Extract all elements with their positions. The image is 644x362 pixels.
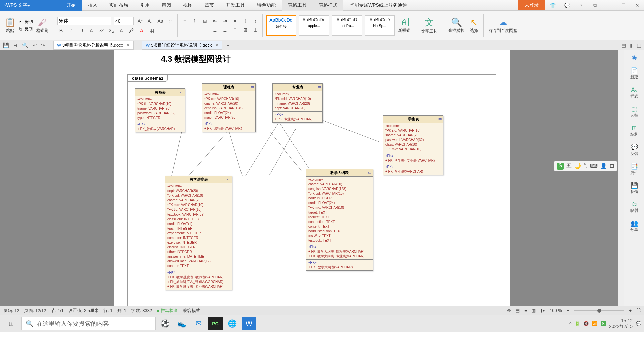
bullets-button[interactable]: ≡ [181, 17, 189, 25]
keyboard-icon[interactable]: ⌨ [590, 163, 598, 170]
split-icon[interactable]: ◫ [637, 42, 641, 48]
formatpainter-button[interactable]: 🖌格式刷 [34, 17, 50, 34]
sb-select[interactable]: ⬚选择 [630, 105, 638, 118]
change-case-icon[interactable]: Aa [157, 17, 164, 25]
texttools-button[interactable]: 文文字工具 [419, 16, 439, 35]
close-tab-icon[interactable]: ✕ [126, 43, 130, 48]
sb-share[interactable]: 👥分享 [630, 220, 638, 233]
savecloud-button[interactable]: ☁保存到百度网盘 [487, 17, 519, 34]
view-icon[interactable]: ▮ [630, 42, 633, 48]
view-read-icon[interactable]: ▥ [532, 308, 536, 313]
login-button[interactable]: 未登录 [518, 0, 545, 10]
clock[interactable]: 15:122022/12/15 [609, 318, 633, 329]
menu-start[interactable]: 开始 [60, 0, 82, 11]
add-tab-icon[interactable]: + [226, 42, 229, 48]
grid-icon[interactable]: ⊞ [610, 163, 614, 170]
tabstop-button[interactable]: ⊥ [252, 26, 259, 34]
menu-chapter[interactable]: 章节 [199, 0, 220, 11]
close-button[interactable]: ✕ [631, 1, 644, 9]
superscript-button[interactable]: X² [98, 27, 105, 34]
paste-button[interactable]: 📋粘贴 [3, 17, 17, 34]
subscript-button[interactable]: X₂ [108, 27, 115, 34]
sb-feedback[interactable]: 💬反馈 [630, 143, 638, 157]
taskbar-search[interactable]: 🔍在这里输入你要搜索的内容 [21, 317, 156, 330]
volume-icon[interactable]: 🔇 [583, 321, 589, 326]
menu-special[interactable]: 特色功能 [251, 0, 282, 11]
align-distribute-button[interactable]: ≣ [221, 26, 229, 34]
moon-icon[interactable]: 🌙 [574, 163, 581, 170]
align-left-button[interactable]: ≡ [181, 26, 189, 34]
zoom-value[interactable]: 100 % [550, 308, 562, 313]
doc-tab-1[interactable]: W 5项目详细设计规格说明书.docx✕ [142, 41, 222, 50]
bold-button[interactable]: B [57, 27, 65, 34]
select-button[interactable]: ↖选择 [468, 17, 480, 34]
menu-insert[interactable]: 插入 [82, 0, 103, 11]
font-size-select[interactable] [114, 17, 134, 25]
zoom-slider[interactable] [574, 310, 624, 311]
style-listpa[interactable]: AaBbCcDList Pa... [332, 15, 362, 36]
dec-indent-button[interactable]: ⇤ [211, 17, 219, 25]
menu-layout[interactable]: 页面布局 [103, 0, 134, 11]
start-button[interactable]: ⊞ [3, 317, 19, 330]
ime-floater[interactable]: S 五 🌙 °, ⌨ 👤 ⊞ [554, 161, 617, 171]
grow-font-icon[interactable]: A↑ [137, 17, 144, 25]
chevron-up-icon[interactable]: ^ [569, 321, 571, 326]
style-nosp[interactable]: AaBbCcDNo Sp... [365, 15, 395, 36]
border-button[interactable]: ⊞ [241, 26, 249, 34]
view-outline-icon[interactable]: ≡ [524, 308, 527, 313]
shrink-font-icon[interactable]: A↓ [147, 17, 154, 25]
highlight-button[interactable]: 🖍 [128, 27, 135, 34]
findreplace-button[interactable]: 🔍查找替换 [446, 17, 467, 34]
menu-hnservice[interactable]: 华能专属WPS线上服务通道 [343, 0, 413, 11]
maximize-button[interactable]: ☐ [616, 1, 630, 9]
minimize-button[interactable]: — [602, 1, 616, 9]
soccer-icon[interactable]: ⚽ [158, 317, 172, 330]
menu-reference[interactable]: 引用 [134, 0, 156, 11]
italic-button[interactable]: I [67, 27, 75, 34]
help-icon[interactable]: ? [574, 1, 588, 9]
menu-tabletools[interactable]: 表格工具 [282, 0, 313, 11]
preview-icon[interactable]: 🔍 [22, 42, 29, 48]
view-web-icon[interactable]: ⊕ [507, 308, 511, 313]
sb-mapping[interactable]: 🗂映射 [630, 201, 638, 214]
nav-icon[interactable]: ▤ [621, 42, 626, 48]
font-name-select[interactable] [57, 17, 111, 25]
view-print-icon[interactable]: ▤ [516, 308, 520, 313]
person-icon[interactable]: 👤 [600, 163, 607, 170]
charspace-button[interactable]: ✕ [231, 17, 239, 25]
linespace-button[interactable]: ‡ [241, 17, 249, 25]
fontcolor-button[interactable]: A [138, 27, 145, 34]
align-justify-button[interactable]: ≣ [211, 26, 219, 34]
copy-button[interactable]: 复制 [24, 26, 33, 32]
zoom-out-icon[interactable]: − [567, 308, 570, 313]
doc-tab-0[interactable]: W 3项目需求规格分析说明书.docx✕ [53, 41, 134, 50]
mail-icon[interactable]: ✉ [191, 317, 206, 330]
underline-button[interactable]: U [77, 27, 85, 34]
save-icon[interactable]: 💾 [3, 42, 9, 48]
zoom-in-icon[interactable]: + [629, 308, 632, 313]
inc-indent-button[interactable]: ⇥ [221, 17, 229, 25]
wps-icon[interactable]: W [241, 317, 256, 330]
locate-icon[interactable]: ◉ [632, 54, 637, 61]
sort-button[interactable]: ↕ [252, 17, 259, 25]
strike-button[interactable]: A [88, 27, 95, 34]
numbering-button[interactable]: ⒈ [191, 17, 199, 25]
tshirt-icon[interactable]: 👕 [546, 1, 559, 9]
newstyle-button[interactable]: 🄰新样式 [396, 17, 412, 34]
texteffect-button[interactable]: A [118, 27, 125, 34]
comma-icon[interactable]: °, [584, 163, 587, 170]
menu-tablestyle[interactable]: 表格样式 [313, 0, 343, 11]
menu-devtools[interactable]: 开发工具 [220, 0, 251, 11]
style-hyperlink[interactable]: AaBbCcDd超链接 [266, 15, 296, 36]
cut-button[interactable]: 剪切 [25, 19, 33, 25]
status-spell[interactable]: ■ 拼写检查 [157, 308, 178, 314]
redo-icon[interactable]: ↷ [41, 42, 45, 48]
undo-icon[interactable]: ↶ [33, 42, 37, 48]
style-apple[interactable]: AaBbCcDdapple... [299, 15, 329, 36]
sb-backup[interactable]: 💾备份 [630, 182, 638, 195]
close-tab-icon[interactable]: ✕ [215, 43, 219, 48]
restore-icon[interactable]: ⧉ [588, 1, 602, 9]
lineheight-button[interactable]: ‡ [231, 26, 239, 34]
menu-view[interactable]: 视图 [177, 0, 199, 11]
ime-tray-icon[interactable]: S [601, 321, 606, 326]
